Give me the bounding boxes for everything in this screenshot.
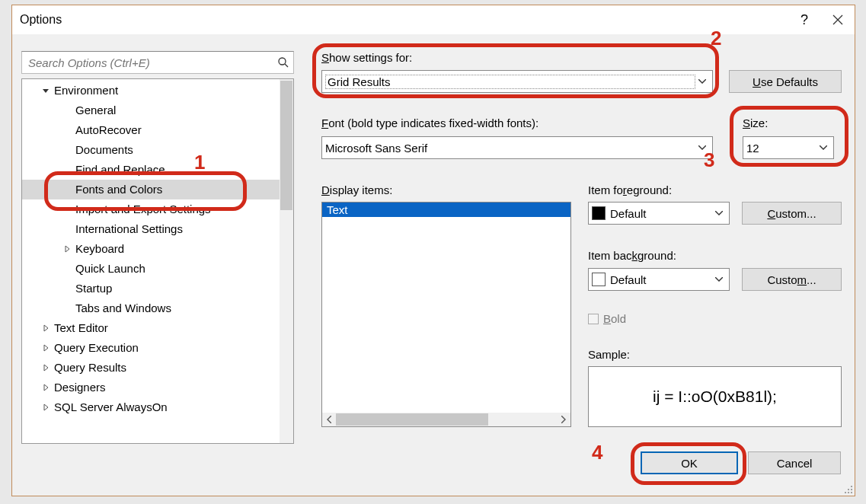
sample-preview: ij = I::oO(0xB81l); <box>588 366 842 427</box>
tree-item-label: Designers <box>54 378 106 397</box>
tree-item[interactable]: Designers <box>22 378 280 397</box>
display-items-hscroll[interactable] <box>322 413 570 426</box>
tree-item[interactable]: Startup <box>22 279 280 298</box>
item-foreground-combo[interactable]: Default <box>588 202 730 225</box>
svg-point-0 <box>279 58 286 65</box>
display-item[interactable]: Text <box>322 203 570 217</box>
tree-item[interactable]: Documents <box>22 140 280 160</box>
tree-item[interactable]: Text Editor <box>22 318 280 338</box>
label-item-background: Item background:Item background: <box>588 249 676 262</box>
size-value: 12 <box>746 142 816 155</box>
search-icon <box>273 53 293 72</box>
resize-grip-icon[interactable] <box>842 483 853 494</box>
chevron-down-icon[interactable] <box>695 74 709 89</box>
tree-item-label: Import and Export Settings <box>75 199 211 219</box>
chevron-left-icon[interactable] <box>322 413 336 426</box>
tree-item[interactable]: SQL Server AlwaysOn <box>22 397 280 417</box>
tree-collapsed-icon[interactable] <box>40 382 51 393</box>
tree-item-label: Tabs and Windows <box>75 298 171 318</box>
tree-item-label: Documents <box>75 140 133 160</box>
tree-item-label: Keyboard <box>75 239 124 259</box>
tree-item[interactable]: Keyboard <box>22 239 280 259</box>
svg-point-6 <box>848 492 849 493</box>
item-foreground-value: Default <box>610 207 712 220</box>
tree-collapsed-icon[interactable] <box>40 343 51 353</box>
tree-item-label: Query Execution <box>54 338 139 358</box>
svg-point-2 <box>851 486 852 487</box>
tree-item[interactable]: Find and Replace <box>22 160 280 180</box>
checkbox-icon <box>588 314 599 324</box>
item-background-value: Default <box>610 273 712 286</box>
titlebar: Options ? <box>12 5 855 34</box>
tree-collapsed-icon[interactable] <box>40 362 51 373</box>
tree-item-label: Fonts and Colors <box>75 180 162 199</box>
ok-button[interactable]: OK <box>641 451 738 474</box>
item-background-combo[interactable]: Default <box>588 268 730 291</box>
tree-item[interactable]: Environment <box>22 81 280 100</box>
label-sample: Sample: <box>588 348 630 361</box>
chevron-down-icon[interactable] <box>712 272 726 287</box>
close-icon <box>832 14 843 25</box>
tree-item-label: General <box>75 100 116 120</box>
chevron-right-icon[interactable] <box>557 413 570 426</box>
show-settings-for-value: Grid Results <box>325 75 695 89</box>
tree-item-label: Environment <box>54 81 118 100</box>
font-value: Microsoft Sans Serif <box>325 142 695 155</box>
bold-checkbox: Bold Bold <box>588 312 626 325</box>
tree-item-label: Query Results <box>54 358 126 378</box>
options-dialog: Options ? EnvironmentGeneralAutoRecoverD… <box>11 5 855 496</box>
tree-item[interactable]: General <box>22 100 280 120</box>
close-button[interactable] <box>821 5 855 34</box>
label-font: Font (bold type indicates fixed-width fo… <box>321 116 538 129</box>
chevron-down-icon[interactable] <box>712 206 726 221</box>
tree-item[interactable]: AutoRecover <box>22 120 280 140</box>
show-settings-for-combo[interactable]: Grid Results <box>321 70 713 93</box>
color-swatch <box>592 206 606 220</box>
label-size: Size:Size: <box>743 116 768 129</box>
annotation-number-4: 4 <box>592 441 602 464</box>
tree-item[interactable]: Quick Launch <box>22 259 280 279</box>
search-options-field[interactable] <box>21 51 294 74</box>
tree-item-label: International Settings <box>75 219 183 239</box>
bold-label: Bold <box>603 312 626 325</box>
size-combo[interactable]: 12 <box>743 136 834 159</box>
tree-item-label: Quick Launch <box>75 259 145 279</box>
options-tree[interactable]: EnvironmentGeneralAutoRecoverDocumentsFi… <box>21 78 294 444</box>
tree-item[interactable]: Import and Export Settings <box>22 199 280 219</box>
tree-item[interactable]: International Settings <box>22 219 280 239</box>
scrollbar-thumb[interactable] <box>280 81 292 210</box>
font-combo[interactable]: Microsoft Sans Serif <box>321 136 713 159</box>
sample-text: ij = I::oO(0xB81l); <box>653 388 777 406</box>
tree-item-label: Find and Replace <box>75 160 165 180</box>
display-items-listbox[interactable]: Text <box>321 202 571 427</box>
tree-item-label: AutoRecover <box>75 120 142 140</box>
hscroll-thumb[interactable] <box>336 413 488 426</box>
svg-line-1 <box>285 64 288 67</box>
chevron-down-icon[interactable] <box>695 140 709 155</box>
custom-background-button[interactable]: Custom...Custom... <box>742 268 842 291</box>
custom-foreground-button[interactable]: Custom...Custom... <box>742 202 842 225</box>
tree-collapsed-icon[interactable] <box>40 323 51 333</box>
label-show-settings-for: SShow settings for:how settings for: <box>321 51 412 64</box>
color-swatch <box>592 273 606 286</box>
svg-point-7 <box>851 492 852 493</box>
tree-collapsed-icon[interactable] <box>62 244 72 254</box>
tree-item[interactable]: Query Execution <box>22 338 280 358</box>
search-input[interactable] <box>22 55 273 71</box>
tree-scrollbar[interactable] <box>280 79 293 443</box>
tree-item[interactable]: Query Results <box>22 358 280 378</box>
use-defaults-button[interactable]: Use DefaultsUse Defaults <box>729 70 842 93</box>
tree-item-label: Startup <box>75 279 112 298</box>
tree-item-label: Text Editor <box>54 318 108 338</box>
chevron-down-icon[interactable] <box>816 140 830 155</box>
svg-point-5 <box>845 492 846 493</box>
cancel-button[interactable]: Cancel <box>748 451 841 474</box>
tree-collapsed-icon[interactable] <box>40 402 51 413</box>
label-item-foreground: Item foreground:Item foreground: <box>588 183 672 196</box>
tree-item-label: SQL Server AlwaysOn <box>54 397 168 417</box>
help-button[interactable]: ? <box>788 5 821 34</box>
svg-point-4 <box>851 489 852 490</box>
tree-expanded-icon[interactable] <box>40 85 51 96</box>
tree-item[interactable]: Tabs and Windows <box>22 298 280 318</box>
tree-item[interactable]: Fonts and Colors <box>22 180 280 199</box>
